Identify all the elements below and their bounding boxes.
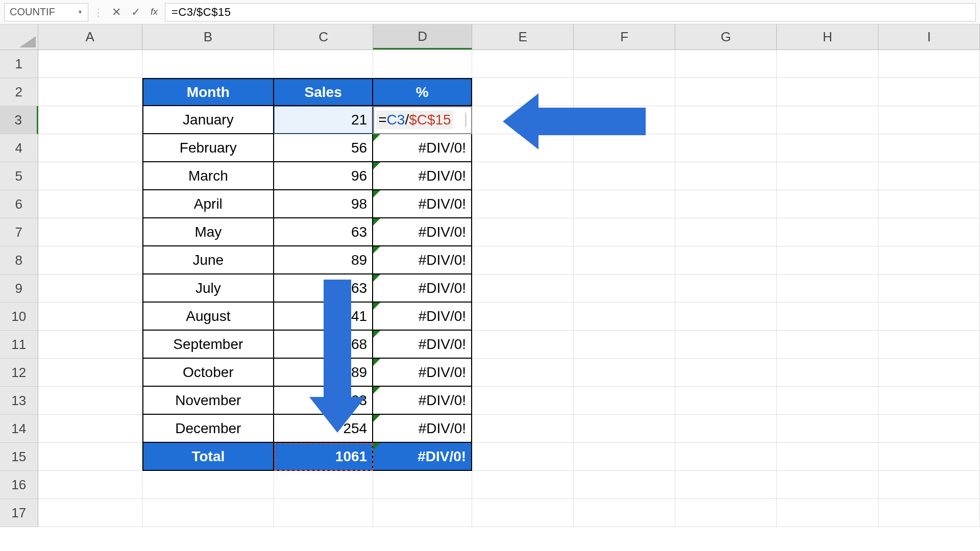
cell-B11[interactable]: September: [142, 331, 275, 359]
cell-B1[interactable]: [142, 50, 275, 78]
spreadsheet-grid: A B C D E F G H I 1 2 Month Sales %: [0, 24, 980, 551]
cell-B14[interactable]: December: [142, 415, 275, 443]
cell-G3[interactable]: [675, 106, 777, 134]
row-header-11[interactable]: 11: [0, 331, 38, 359]
row-header-15[interactable]: 15: [0, 443, 38, 471]
row-header-17[interactable]: 17: [0, 499, 38, 527]
row-header-13[interactable]: 13: [0, 387, 38, 415]
col-header-G[interactable]: G: [675, 24, 777, 49]
cell-D12[interactable]: #DIV/0!: [373, 359, 472, 387]
column-headers: A B C D E F G H I: [0, 24, 980, 50]
row-header-8[interactable]: 8: [0, 246, 38, 274]
row-header-5[interactable]: 5: [0, 162, 38, 190]
cell-D11[interactable]: #DIV/0!: [373, 331, 472, 359]
cell-G2[interactable]: [675, 78, 777, 106]
cell-G1[interactable]: [675, 50, 777, 78]
cell-F1[interactable]: [574, 50, 675, 78]
cell-B10[interactable]: August: [142, 303, 275, 331]
formula-bar: COUNTIF ▼ ⋮ ✕ ✓ fx =C3/$C$15: [0, 0, 980, 24]
cell-D14[interactable]: #DIV/0!: [373, 415, 472, 443]
cell-H1[interactable]: [777, 50, 878, 78]
col-header-A[interactable]: A: [38, 24, 142, 49]
col-header-B[interactable]: B: [142, 24, 275, 49]
cell-D15-total[interactable]: #DIV/0!: [373, 443, 472, 471]
row-header-14[interactable]: 14: [0, 415, 38, 443]
separator: ⋮: [92, 6, 105, 18]
cell-B3[interactable]: January: [142, 106, 275, 134]
row-header-7[interactable]: 7: [0, 218, 38, 246]
cell-B4[interactable]: February: [142, 134, 275, 162]
cell-C7[interactable]: 63: [274, 218, 373, 246]
cell-A4[interactable]: [38, 134, 142, 162]
cell-E1[interactable]: [472, 50, 574, 78]
cell-B15-total[interactable]: Total: [142, 443, 275, 471]
cell-C6[interactable]: 98: [274, 190, 373, 218]
cell-H3[interactable]: [777, 106, 878, 134]
name-box-value: COUNTIF: [10, 6, 55, 18]
cell-D3[interactable]: =C3/$C$15: [373, 106, 472, 134]
cell-C15-total[interactable]: 1061: [274, 443, 373, 471]
fx-icon[interactable]: fx: [148, 7, 161, 17]
name-box[interactable]: COUNTIF ▼: [4, 3, 88, 21]
row-header-10[interactable]: 10: [0, 303, 38, 331]
cell-A2[interactable]: [38, 78, 142, 106]
cell-B13[interactable]: November: [142, 387, 275, 415]
cell-D8[interactable]: #DIV/0!: [373, 246, 472, 274]
cell-I2[interactable]: [878, 78, 980, 106]
cell-D9[interactable]: #DIV/0!: [373, 274, 472, 303]
cell-C3[interactable]: 21: [274, 106, 373, 134]
cell-D1[interactable]: [373, 50, 472, 78]
row-header-4[interactable]: 4: [0, 134, 38, 162]
cell-I1[interactable]: [878, 50, 980, 78]
name-box-dropdown-icon[interactable]: ▼: [78, 9, 83, 15]
cell-D5[interactable]: #DIV/0!: [373, 162, 472, 190]
cell-B5[interactable]: March: [142, 162, 275, 190]
cell-B8[interactable]: June: [142, 246, 275, 274]
cell-D4[interactable]: #DIV/0!: [373, 134, 472, 162]
text-cursor: [465, 113, 466, 127]
table-header-pct[interactable]: %: [373, 78, 472, 106]
cell-C4[interactable]: 56: [274, 134, 373, 162]
col-header-C[interactable]: C: [274, 24, 373, 49]
cell-D6[interactable]: #DIV/0!: [373, 190, 472, 218]
cell-B12[interactable]: October: [142, 359, 275, 387]
col-header-I[interactable]: I: [878, 24, 980, 49]
cell-C1[interactable]: [274, 50, 373, 78]
cell-D13[interactable]: #DIV/0!: [373, 387, 472, 415]
cell-H2[interactable]: [777, 78, 878, 106]
cell-formula-overlay: =C3/$C$15: [376, 111, 453, 129]
cell-I3[interactable]: [878, 106, 980, 134]
table-header-sales[interactable]: Sales: [274, 78, 373, 106]
grid-rows: 1 2 Month Sales % 3 Ja: [0, 50, 980, 551]
cell-B9[interactable]: July: [142, 274, 275, 303]
formula-text: =C3/$C$15: [172, 6, 231, 19]
row-header-1[interactable]: 1: [0, 50, 38, 78]
formula-input[interactable]: =C3/$C$15: [165, 3, 976, 21]
row-header-9[interactable]: 9: [0, 274, 38, 303]
cell-B7[interactable]: May: [142, 218, 275, 246]
cell-A1[interactable]: [38, 50, 142, 78]
col-header-D[interactable]: D: [373, 24, 472, 49]
cell-C5[interactable]: 96: [274, 162, 373, 190]
row-header-3[interactable]: 3: [0, 106, 38, 134]
cell-B6[interactable]: April: [142, 190, 275, 218]
row-header-12[interactable]: 12: [0, 359, 38, 387]
cell-D10[interactable]: #DIV/0!: [373, 303, 472, 331]
select-all-corner[interactable]: [0, 24, 38, 49]
cell-F2[interactable]: [574, 78, 675, 106]
enter-button[interactable]: ✓: [128, 5, 143, 20]
table-header-month[interactable]: Month: [142, 78, 275, 106]
cell-D7[interactable]: #DIV/0!: [373, 218, 472, 246]
col-header-E[interactable]: E: [472, 24, 574, 49]
row-header-6[interactable]: 6: [0, 190, 38, 218]
row-header-2[interactable]: 2: [0, 78, 38, 106]
cell-C8[interactable]: 89: [274, 246, 373, 274]
col-header-H[interactable]: H: [777, 24, 878, 49]
col-header-F[interactable]: F: [574, 24, 675, 49]
row-header-16[interactable]: 16: [0, 471, 38, 499]
cancel-button[interactable]: ✕: [109, 5, 124, 20]
cell-A3[interactable]: [38, 106, 142, 134]
